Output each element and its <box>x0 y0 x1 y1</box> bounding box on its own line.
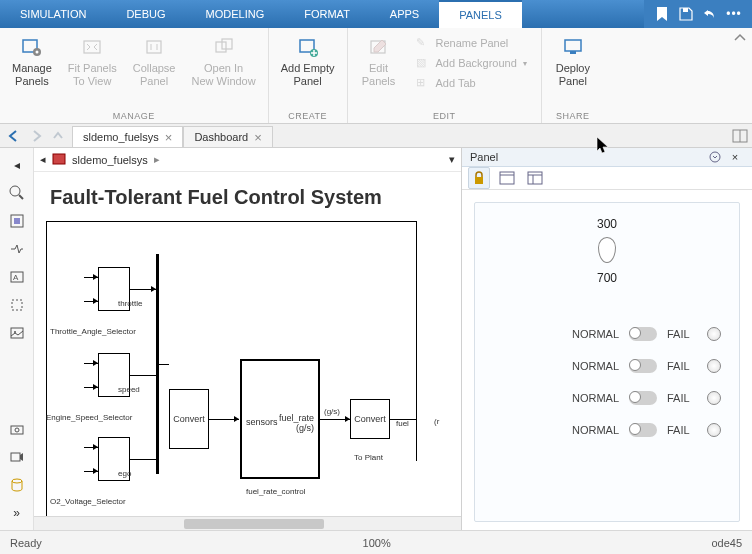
toggle-right-label: FAIL <box>667 328 697 340</box>
close-icon[interactable]: × <box>165 130 173 145</box>
more-icon[interactable]: ••• <box>726 6 742 22</box>
block-convert2[interactable]: Convert <box>350 399 390 439</box>
add-tab-icon: ⊞ <box>416 76 430 90</box>
toggle-switch[interactable] <box>629 359 657 373</box>
bookmark-icon[interactable] <box>654 6 670 22</box>
ribbon-group-manage: Manage Panels Fit Panels To View Collaps… <box>0 28 269 123</box>
panel-close-icon[interactable]: × <box>726 148 744 166</box>
breadcrumb: ◂ sldemo_fuelsys ▸ ▾ <box>34 148 461 172</box>
nav-up-button[interactable] <box>48 126 68 146</box>
tab-panels[interactable]: PANELS <box>439 0 522 28</box>
zoom-icon[interactable] <box>6 182 28 204</box>
add-background-button[interactable]: ▧ Add Background ▾ <box>412 54 531 72</box>
svg-text:A: A <box>13 273 19 282</box>
signal-icon[interactable] <box>6 238 28 260</box>
status-solver[interactable]: ode45 <box>711 537 742 549</box>
gauge-bulb-icon[interactable] <box>598 237 616 263</box>
undo-icon[interactable] <box>702 6 718 22</box>
doc-tab-dashboard-label: Dashboard <box>194 131 248 143</box>
tab-modeling[interactable]: MODELING <box>186 0 285 28</box>
svg-line-16 <box>19 195 23 199</box>
quick-access-toolbar: ••• <box>644 0 752 28</box>
label-o2-selector: O2_Voltage_Selector <box>50 497 126 506</box>
tab-simulation[interactable]: SIMULATION <box>0 0 106 28</box>
panel-layout2-icon[interactable] <box>524 167 546 189</box>
panel-dropdown-icon[interactable] <box>706 148 724 166</box>
toggle-switch[interactable] <box>629 423 657 437</box>
doc-tab-model[interactable]: sldemo_fuelsys × <box>72 126 183 147</box>
panel-body: 300 700 NORMAL FAIL NORMAL FAIL NOR <box>462 190 752 534</box>
fit-view-icon[interactable] <box>6 210 28 232</box>
svg-rect-30 <box>475 177 483 184</box>
tab-apps[interactable]: APPS <box>370 0 439 28</box>
database-icon[interactable] <box>6 474 28 496</box>
fit-panels-button[interactable]: Fit Panels To View <box>62 32 123 109</box>
horizontal-scrollbar[interactable] <box>34 516 461 530</box>
ribbon-group-share-label: SHARE <box>548 109 598 123</box>
ribbon-group-manage-label: MANAGE <box>6 109 262 123</box>
svg-rect-7 <box>222 39 232 49</box>
svg-rect-24 <box>11 426 23 434</box>
edit-panels-button[interactable]: Edit Panels <box>354 32 404 109</box>
doc-tab-dashboard[interactable]: Dashboard × <box>183 126 272 147</box>
svg-rect-21 <box>12 300 22 310</box>
label-throttle-selector: Throttle_Angle_Selector <box>50 327 136 336</box>
open-in-new-window-button[interactable]: Open In New Window <box>186 32 262 109</box>
svg-rect-0 <box>683 8 688 12</box>
toggle-left-label: NORMAL <box>565 392 619 404</box>
svg-point-3 <box>35 51 38 54</box>
status-indicator <box>707 423 721 437</box>
svg-rect-18 <box>14 218 20 224</box>
deploy-panel-button[interactable]: Deploy Panel <box>548 32 598 109</box>
tab-format[interactable]: FORMAT <box>284 0 370 28</box>
ribbon-collapse-icon[interactable] <box>734 32 746 42</box>
label-to-plant: To Plant <box>354 453 383 462</box>
model-canvas[interactable]: Fault-Tolerant Fuel Control System throt… <box>34 172 461 516</box>
block-fuel-rate-control[interactable]: sensors fuel_rate(g/s) <box>240 359 320 479</box>
breadcrumb-model[interactable]: sldemo_fuelsys <box>72 154 148 166</box>
svg-rect-26 <box>11 453 20 461</box>
layout-icon[interactable] <box>728 124 752 147</box>
manage-panels-button[interactable]: Manage Panels <box>6 32 58 109</box>
close-icon[interactable]: × <box>254 130 262 145</box>
collapse-panel-icon <box>143 36 165 58</box>
toggle-right-label: FAIL <box>667 392 697 404</box>
breadcrumb-dropdown-icon[interactable]: ▾ <box>449 153 455 166</box>
toggle-row-4: NORMAL FAIL <box>493 423 721 437</box>
save-icon[interactable] <box>678 6 694 22</box>
toggle-switch[interactable] <box>629 391 657 405</box>
rename-panel-button[interactable]: ✎ Rename Panel <box>412 34 531 52</box>
svg-rect-12 <box>570 51 576 54</box>
label-throttle: throttle <box>118 299 142 308</box>
panel-layout1-icon[interactable] <box>496 167 518 189</box>
block-convert1[interactable]: Convert <box>169 389 209 449</box>
nav-back-button[interactable] <box>4 126 24 146</box>
add-empty-panel-button[interactable]: Add Empty Panel <box>275 32 341 109</box>
image-icon[interactable] <box>6 322 28 344</box>
port-fuel-rate: fuel_rate <box>279 413 314 423</box>
chevron-right-icon[interactable]: ▸ <box>154 153 160 166</box>
collapse-panel-button[interactable]: Collapse Panel <box>127 32 182 109</box>
svg-point-29 <box>710 152 720 162</box>
record-icon[interactable] <box>6 446 28 468</box>
status-zoom[interactable]: 100% <box>42 537 712 549</box>
annotation-icon[interactable]: A <box>6 266 28 288</box>
model-browser-icon[interactable]: ◂ <box>40 153 46 166</box>
palette-toolbar: ◂ A » <box>0 148 34 530</box>
svg-rect-31 <box>500 172 514 184</box>
add-tab-button[interactable]: ⊞ Add Tab <box>412 74 531 92</box>
area-icon[interactable] <box>6 294 28 316</box>
menu-bar: SIMULATION DEBUG MODELING FORMAT APPS PA… <box>0 0 752 28</box>
camera-icon[interactable] <box>6 418 28 440</box>
nav-forward-button[interactable] <box>26 126 46 146</box>
label-speed: speed <box>118 385 140 394</box>
svg-rect-33 <box>528 172 542 184</box>
manage-panels-icon <box>21 36 43 58</box>
hide-toolbar-icon[interactable]: ◂ <box>6 154 28 176</box>
tab-debug[interactable]: DEBUG <box>106 0 185 28</box>
ribbon-group-edit-label: EDIT <box>354 109 535 123</box>
dashboard-widget-box[interactable]: 300 700 NORMAL FAIL NORMAL FAIL NOR <box>474 202 740 522</box>
expand-toolbar-icon[interactable]: » <box>6 502 28 524</box>
toggle-switch[interactable] <box>629 327 657 341</box>
panel-lock-icon[interactable] <box>468 167 490 189</box>
